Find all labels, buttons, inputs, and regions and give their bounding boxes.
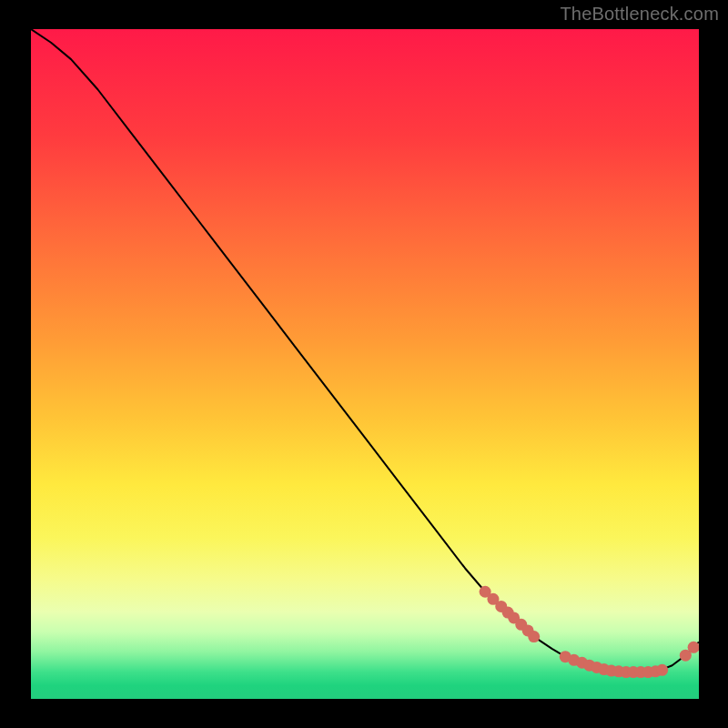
chart-stage: TheBottleneck.com [0,0,728,728]
chart-svg [31,29,699,699]
data-marker [528,631,540,642]
attribution-text: TheBottleneck.com [560,4,719,25]
data-marker [656,664,668,676]
data-line [31,29,699,672]
plot-area [31,29,699,699]
data-markers [480,586,699,678]
